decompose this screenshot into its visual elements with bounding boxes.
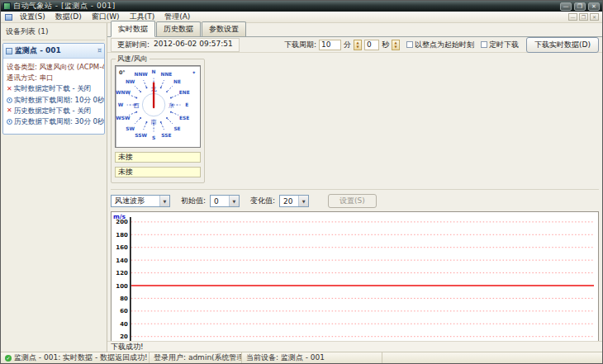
svg-text:60: 60 <box>120 308 128 314</box>
minutes-unit-label: 分 <box>344 40 351 50</box>
svg-text:20: 20 <box>120 333 128 340</box>
update-time-value: 2012-06-02 09:57:51 <box>154 40 233 50</box>
download-realtime-button[interactable]: 下载实时数据(D) <box>526 37 599 53</box>
update-time-box: 更新时间: 2012-06-02 09:57:51 <box>111 38 240 52</box>
svg-text:WNW: WNW <box>116 90 131 95</box>
menu-data[interactable]: 数据(D) <box>50 11 87 23</box>
mdi-close-button[interactable]: ✕ <box>590 13 599 21</box>
x-icon: ✕ <box>7 106 12 116</box>
svg-text:SE: SE <box>173 126 180 131</box>
tab-parameter-settings[interactable]: 参数设置 <box>202 21 246 36</box>
svg-text:120: 120 <box>116 270 128 277</box>
status-message: 监测点 - 001: 实时数据 - 数据返回成功! <box>14 352 148 363</box>
update-time-label: 更新时间: <box>117 40 150 50</box>
device-comm-line: 通讯方式: 串口 <box>7 73 102 83</box>
set-button-disabled[interactable]: 设置(S) <box>328 194 377 208</box>
device-card: 监测点 - 001 ¤ 设备类型: 风速风向仪 (ACPM-4) 通讯方式: 串… <box>2 43 105 135</box>
clock-icon <box>7 119 12 125</box>
tab-realtime-data[interactable]: 实时数据 <box>111 21 155 37</box>
status-bar: ✓ 监测点 - 001: 实时数据 - 数据返回成功! 登录用户: admin(… <box>1 352 602 363</box>
tab-bar: 实时数据 历史数据 参数设置 <box>107 23 602 37</box>
clock-icon <box>7 97 12 103</box>
wind-direction-field: 未接 <box>115 167 201 177</box>
download-period-label: 下载周期: <box>284 40 316 50</box>
device-card-header[interactable]: 监测点 - 001 ¤ <box>3 44 104 59</box>
logged-in-user: 登录用户: admin(系统管理员) <box>154 352 242 363</box>
wind-speed-field: 未接 <box>115 152 201 163</box>
initial-value-select[interactable]: 0 ▼ <box>210 195 240 207</box>
svg-text:80: 80 <box>120 295 128 302</box>
chevron-down-icon: ▼ <box>229 196 239 206</box>
tab-history-data[interactable]: 历史数据 <box>156 21 201 36</box>
svg-text:NW: NW <box>126 79 135 84</box>
timed-download-checkbox[interactable] <box>481 41 487 48</box>
svg-text:✦: ✦ <box>192 70 196 75</box>
maximize-button[interactable]: ❐ <box>574 2 586 11</box>
wind-group-label: 风速/风向 <box>116 54 150 64</box>
mdi-restore-button[interactable]: ❐ <box>579 13 588 21</box>
svg-text:NNE: NNE <box>161 72 173 77</box>
mdi-child-icon <box>5 14 12 21</box>
svg-text:NNW: NNW <box>135 72 149 77</box>
change-value-select[interactable]: 20 ▼ <box>279 195 309 207</box>
align-to-hour-label: 以整点为起始时刻 <box>415 40 474 50</box>
svg-text:140: 140 <box>116 258 128 264</box>
download-status-text: 下载成功! <box>107 341 602 352</box>
success-check-icon: ✓ <box>5 355 12 362</box>
wind-compass: 0°✦NNNENEENEEESESESSESSSWSWWSWWWNWNWNNW北… <box>115 65 201 148</box>
svg-text:40: 40 <box>120 321 128 328</box>
app-icon <box>3 2 11 10</box>
pin-icon[interactable]: ¤ <box>97 48 102 54</box>
seconds-input[interactable]: 0 <box>364 40 379 50</box>
x-icon: ✕ <box>7 84 12 94</box>
chart-controls: 风速波形 ▼ 初始值: 0 ▼ 变化值: 20 ▼ 设置(S) <box>111 194 599 208</box>
current-device: 当前设备: 监测点 - 001 <box>246 352 325 363</box>
history-timer-line: ✕ 历史数据定时下载 - 关闭 <box>7 106 102 116</box>
seconds-stepper[interactable]: ▲▼ <box>392 40 400 50</box>
svg-text:SSW: SSW <box>135 133 147 138</box>
svg-text:W: W <box>118 102 124 107</box>
svg-text:ENE: ENE <box>179 90 190 95</box>
seconds-unit-label: 秒 <box>382 40 389 50</box>
svg-text:ESE: ESE <box>179 116 189 121</box>
svg-text:100: 100 <box>116 283 128 290</box>
device-icon <box>6 48 12 54</box>
svg-text:180: 180 <box>116 232 128 239</box>
timed-download-label: 定时下载 <box>489 40 519 50</box>
close-button[interactable]: ✕ <box>588 2 600 11</box>
menu-settings[interactable]: 设置(S) <box>15 11 50 23</box>
waveform-select[interactable]: 风速波形 ▼ <box>111 195 170 207</box>
svg-text:西: 西 <box>134 102 140 109</box>
svg-text:东: 东 <box>169 102 174 109</box>
svg-text:SW: SW <box>126 126 135 131</box>
mdi-minimize-button[interactable]: — <box>568 13 577 21</box>
device-name: 监测点 - 001 <box>15 45 61 56</box>
app-window: 自动气象站 - [监测点 - 001] — ❐ ✕ 设置(S) 数据(D) 窗口… <box>0 0 603 364</box>
align-to-hour-checkbox[interactable] <box>406 41 413 48</box>
svg-text:NE: NE <box>173 79 181 84</box>
initial-value-label: 初始值: <box>181 196 206 206</box>
device-type-line: 设备类型: 风速风向仪 (ACPM-4) <box>7 62 102 73</box>
minimize-button[interactable]: — <box>560 2 572 11</box>
chevron-down-icon: ▼ <box>159 196 169 206</box>
device-list-panel: 设备列表 (1) 监测点 - 001 ¤ 设备类型: 风速风向仪 (ACPM-4… <box>1 23 107 352</box>
svg-text:0°: 0° <box>119 69 126 76</box>
device-list-header: 设备列表 (1) <box>2 25 105 40</box>
svg-text:E: E <box>185 102 188 107</box>
toolbar: 更新时间: 2012-06-02 09:57:51 下载周期: 10 分 ▲▼ … <box>107 37 602 53</box>
svg-text:S: S <box>152 135 155 140</box>
svg-text:m/s: m/s <box>113 213 126 220</box>
svg-text:N: N <box>152 69 156 74</box>
minutes-stepper[interactable]: ▲▼ <box>354 40 362 50</box>
divider <box>111 189 599 190</box>
svg-text:南: 南 <box>151 119 157 125</box>
minutes-input[interactable]: 10 <box>319 40 341 50</box>
change-value-label: 变化值: <box>250 196 275 206</box>
menu-bar: 设置(S) 数据(D) 窗口(W) 工具(T) 管理(A) — ❐ ✕ <box>1 12 602 23</box>
wind-speed-chart: 020406080100120140160180200m/sT <box>111 211 599 359</box>
realtime-timer-line: ✕ 实时数据定时下载 - 关闭 <box>7 83 102 94</box>
svg-text:WSW: WSW <box>116 116 131 121</box>
svg-text:160: 160 <box>116 244 128 251</box>
wind-group: 风速/风向 0°✦NNNENEENEEESESESSESSSWSWWSWWWNW… <box>111 59 205 183</box>
svg-text:SSE: SSE <box>161 133 171 138</box>
